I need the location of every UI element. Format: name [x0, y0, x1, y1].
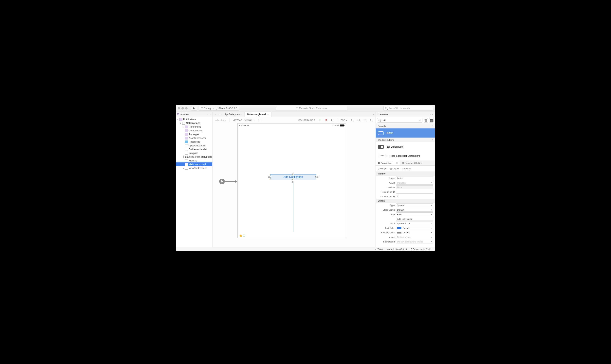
config-label: Debug — [204, 107, 211, 110]
pin-icon[interactable]: ▫ — [208, 113, 208, 116]
solution-header[interactable]: Solution ▫ × — [176, 112, 212, 117]
components-node[interactable]: Components — [176, 129, 212, 132]
toolbox-header[interactable]: TToolbox ▫ × — [376, 112, 435, 117]
constraint-handle-bottom[interactable] — [292, 181, 294, 182]
close-panel-icon[interactable]: × — [209, 113, 211, 116]
resize-handle-w[interactable] — [270, 176, 271, 177]
play-icon — [193, 107, 195, 109]
design-canvas[interactable]: ⚑ Carrier ⚞ 100% Add Notification — [212, 123, 375, 247]
section-button: Button — [376, 199, 435, 203]
tab-properties[interactable]: ▦ Properties▫× — [376, 160, 400, 165]
toolbox-search[interactable]: ⊗ — [377, 118, 422, 123]
main-storyboard-file[interactable]: Main.storyboard — [176, 162, 212, 166]
nav-back-button[interactable]: ‹ — [213, 112, 218, 117]
zoom-actual-icon[interactable] — [363, 118, 366, 122]
clear-search-icon[interactable]: ⊗ — [419, 119, 421, 122]
zoom-in-icon[interactable] — [370, 118, 373, 122]
constraint-handle-right[interactable] — [317, 176, 318, 178]
right-panel: TToolbox ▫ × ⊗ ▤ ▦ Controls⌃ Button Wi — [375, 112, 435, 247]
window-controls[interactable] — [178, 107, 188, 109]
subtab-layout[interactable]: ▦ Layout — [390, 167, 399, 170]
tab-close-icon[interactable]: × — [396, 161, 398, 164]
tab-close-icon[interactable]: ○ — [267, 113, 268, 116]
prop-name[interactable]: button — [396, 176, 433, 180]
solution-root[interactable]: ▼Notifications — [176, 117, 212, 121]
prop-class[interactable]: UIButton▾ — [396, 181, 433, 184]
scene-dock[interactable] — [240, 234, 245, 237]
bar-button-icon — [378, 145, 384, 149]
prop-state-config[interactable]: Default▾ — [396, 208, 433, 212]
prop-restoration-id[interactable] — [396, 190, 433, 194]
prop-image[interactable]: Default Image▾ — [396, 235, 433, 239]
editor-panel: ‹ › AppDelegate.cs Main.storyboard○ ▼ wA… — [212, 112, 375, 247]
main-cs-file[interactable]: Main.cs — [176, 159, 212, 162]
search-icon — [378, 119, 381, 121]
minimize-icon[interactable] — [181, 107, 184, 109]
button-icon — [378, 131, 384, 135]
status-tasks[interactable]: ✓ Tasks — [375, 248, 383, 251]
tab-main-storyboard[interactable]: Main.storyboard○ — [245, 112, 271, 117]
resources-node[interactable]: Resources — [176, 140, 212, 144]
appdelegate-file[interactable]: AppDelegate.cs — [176, 144, 212, 147]
zoom-fit-icon[interactable] — [351, 118, 354, 122]
viewcontroller-file[interactable]: ▶ViewController.cs — [176, 166, 212, 170]
toolbox-item-fixed-space[interactable]: |•••••|Fixed Space Bar Button Item — [376, 151, 435, 160]
toolbox-category-controls[interactable]: Controls⌃ — [376, 124, 435, 129]
add-constraint-icon[interactable]: ✚ — [318, 118, 321, 122]
toolbox-item-bar-button[interactable]: Bar Button Item — [376, 142, 435, 151]
ide-window: Debug › iPhone 6s iOS 9.3 Xamarin Studio… — [176, 105, 435, 251]
exit-icon[interactable] — [243, 234, 245, 237]
global-search[interactable]: Press '⌘.' to search — [383, 106, 433, 111]
subtab-widget[interactable]: ▷ Widget — [378, 167, 387, 170]
subtab-events[interactable]: ⟳ Events — [402, 167, 411, 170]
close-icon[interactable] — [178, 107, 180, 109]
toolbox-category-windows[interactable]: Windows & Bars⌃ — [376, 138, 435, 142]
prop-title-type[interactable]: Plain▾ — [396, 212, 433, 216]
frames-icon[interactable] — [331, 118, 334, 122]
device-frame[interactable]: Carrier ⚞ 100% Add Notification — [237, 123, 346, 238]
toolbox-view-grid[interactable]: ▦ — [429, 118, 433, 123]
status-deploy[interactable]: ⤒ Deploying to Device — [410, 248, 432, 251]
viewcontroller-icon[interactable] — [240, 234, 242, 237]
toolbox-search-input[interactable] — [382, 119, 418, 122]
project-node[interactable]: ▼Notifications — [176, 121, 212, 125]
constraint-handle-top[interactable] — [292, 173, 294, 175]
prop-background[interactable]: Default Background Image▾ — [396, 240, 433, 244]
prop-type[interactable]: System▾ — [396, 203, 433, 207]
packages-node[interactable]: Packages — [176, 132, 212, 136]
tab-document-outline[interactable]: ▤ Document Outline — [400, 160, 424, 165]
prop-title-text[interactable]: Add Notification — [396, 217, 433, 221]
entitlements-file[interactable]: Entitlements.plist — [176, 147, 212, 151]
section-identity: Identity — [376, 171, 435, 176]
assets-node[interactable]: Assets.xcassets — [176, 136, 212, 140]
run-button[interactable] — [191, 106, 197, 111]
prop-shadow-color[interactable]: Default▾ — [396, 231, 433, 234]
info-plist-file[interactable]: Info.plist — [176, 151, 212, 155]
entry-point-icon[interactable]: ⚑ — [219, 179, 225, 184]
tab-appdelegate[interactable]: AppDelegate.cs — [222, 112, 245, 117]
launchscreen-file[interactable]: LaunchScreen.storyboard — [176, 155, 212, 159]
status-output[interactable]: ▤ Application Output — [387, 248, 407, 251]
resize-handle-s[interactable] — [292, 179, 294, 180]
orientation-icon[interactable] — [258, 119, 261, 121]
zoom-label: ZOOM — [341, 119, 347, 121]
toolbox-pin-icon[interactable]: ▫ — [430, 113, 431, 116]
app-icon — [296, 107, 298, 109]
toolbox-close-icon[interactable]: × — [432, 113, 433, 116]
references-node[interactable]: ▶References — [176, 125, 212, 129]
zoom-icon[interactable] — [185, 107, 188, 109]
properties-subtabs: ▷ Widget ▦ Layout ⟳ Events — [376, 166, 435, 171]
prop-text-color[interactable]: Default▾ — [396, 226, 433, 230]
run-config[interactable]: Debug › iPhone 6s iOS 9.3 — [199, 106, 239, 111]
nav-forward-button[interactable]: › — [218, 112, 222, 117]
tab-overflow-button[interactable]: ▼ — [372, 112, 375, 117]
prop-font[interactable]: System 17 ptT — [396, 221, 433, 225]
viewas[interactable]: VIEW AS Generic ▼ — [233, 119, 255, 121]
size-class[interactable]: wAny hAny — [215, 119, 226, 121]
toolbox-item-button[interactable]: Button — [376, 129, 435, 138]
toolbox-view-compact[interactable]: ▤ — [424, 118, 428, 123]
battery-icon — [340, 125, 344, 127]
constraint-handle-left[interactable] — [268, 176, 270, 178]
zoom-out-icon[interactable] — [357, 118, 360, 122]
remove-constraint-icon[interactable]: ✖ — [324, 118, 328, 122]
